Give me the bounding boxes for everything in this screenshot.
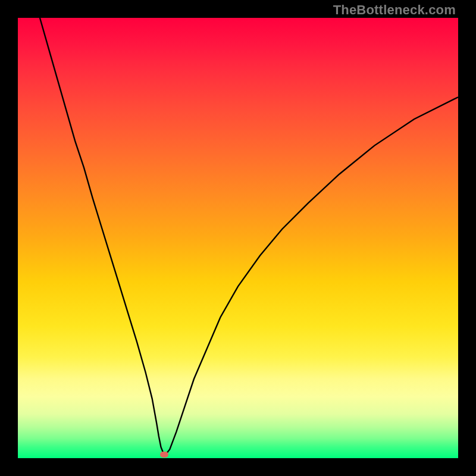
chart-frame: TheBottleneck.com: [0, 0, 476, 476]
watermark-text: TheBottleneck.com: [333, 2, 456, 18]
curve-path: [40, 18, 458, 456]
plot-area: [18, 18, 458, 458]
bottleneck-curve: [18, 18, 458, 458]
minimum-marker: [160, 452, 168, 458]
